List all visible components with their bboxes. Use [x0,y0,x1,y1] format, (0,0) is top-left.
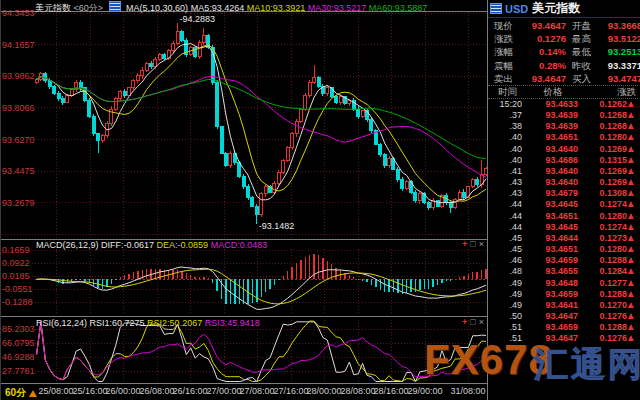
tick-time: .51 [488,322,522,333]
svg-text:94.3453: 94.3453 [2,8,35,18]
chart-window-icon[interactable] [490,3,502,14]
tick-price: 93.4686 [522,155,578,166]
up-triangle-icon [29,390,37,397]
svg-text:85.2303: 85.2303 [2,324,35,334]
svg-text:26/00:00: 26/00:00 [105,386,140,396]
tick-table-body[interactable]: 15:2093.46330.1262.3793.46390.1268.3893.… [488,99,636,344]
tick-price: 93.4644 [522,233,578,244]
up-triangle-icon [628,179,634,185]
maximize-panel-icon[interactable]: □ [470,240,475,249]
tick-row: .5193.46590.1288 [488,322,636,333]
tick-change: 0.1274 [578,222,634,233]
tick-price: 93.4645 [522,222,578,233]
tick-time: .49 [488,300,522,311]
high-label: 最高 [566,32,596,45]
instrument-name: 美元指数 [532,0,580,17]
sell-value: 93.4647 [524,72,566,85]
ma-settings-icon[interactable] [109,1,121,12]
tick-row: .5193.46470.1276 [488,333,636,344]
period-selector-label: 60分 [5,386,26,400]
svg-text:28/00:00: 28/00:00 [306,386,341,396]
up-triangle-icon [628,257,634,263]
svg-text:25/08:00: 25/08:00 [38,386,73,396]
tick-change: 0.1288 [578,289,634,300]
add-indicator-icon[interactable]: + [462,240,467,249]
svg-text:27/00:00: 27/00:00 [206,386,241,396]
macd-panel-controls: + □ × [462,240,484,249]
high-value: 93.5122 [596,32,640,45]
rsi-header: RSI(6,12,24) RSI1:60.7275 RSI2:50.2067 R… [36,318,260,329]
tick-time: .44 [488,211,522,222]
tick-row: .4893.46550.1284 [488,266,636,277]
tick-price: 93.4633 [522,99,578,110]
svg-text:0.1659: 0.1659 [2,245,30,255]
amplitude-value: 0.28% [524,59,566,72]
add-indicator-icon[interactable]: + [462,318,467,327]
svg-text:-94.2883: -94.2883 [180,14,216,24]
tick-change: 0.1270 [578,300,634,311]
up-triangle-icon [628,157,634,163]
up-triangle-icon [628,324,634,330]
tick-price: 93.4651 [522,211,578,222]
up-triangle-icon [628,302,634,308]
up-triangle-icon [628,313,634,319]
tick-row: .4493.46450.1274 [488,222,636,233]
tick-price: 93.4640 [522,144,578,155]
rsi2-value: RSI2:50.2067 [147,318,202,328]
macd-value: MACD:0.0483 [211,240,268,250]
tick-change: 0.1274 [578,199,634,210]
buy-value: 93.4747 [596,72,640,85]
tick-time: .44 [488,222,522,233]
up-triangle-icon [628,246,634,252]
up-triangle-icon [628,280,634,286]
up-triangle-icon [628,291,634,297]
change-pct-value: 0.14% [524,45,566,58]
tick-row: .4193.46400.1269 [488,166,636,177]
tick-row: .4093.46860.1315 [488,155,636,166]
change-column-header: 涨跌 [582,86,636,98]
svg-text:-0.1288: -0.1288 [2,297,33,307]
svg-text:-0.0551: -0.0551 [2,284,33,294]
up-triangle-icon [628,134,634,140]
up-triangle-icon [628,335,634,341]
tick-time: .44 [488,199,522,210]
svg-text:93.4475: 93.4475 [2,166,35,176]
maximize-panel-icon[interactable]: □ [470,318,475,327]
tick-change: 0.1280 [578,244,634,255]
quote-summary-grid: 现价 93.4647 开盘 93.3668 涨跌 0.1276 最高 93.51… [488,19,640,85]
up-triangle-icon [628,112,634,118]
change-pct-label: 涨幅 [494,45,524,58]
change-value: 0.1276 [524,32,566,45]
close-panel-icon[interactable]: × [479,240,484,249]
svg-text:0.0922: 0.0922 [2,258,30,268]
tick-row: .4993.46590.1288 [488,289,636,300]
close-panel-icon[interactable]: × [479,318,484,327]
svg-text:31/08:00: 31/08:00 [450,386,485,396]
tick-price: 93.4639 [522,110,578,121]
time-column-header: 时间 [490,86,524,98]
tick-time: .37 [488,110,522,121]
up-triangle-icon [628,168,634,174]
period-selector[interactable]: 60分 [5,386,37,400]
svg-text:25/16:00: 25/16:00 [72,386,107,396]
tick-time: .43 [488,177,522,188]
tick-price: 93.4648 [522,278,578,289]
tick-time: .41 [488,166,522,177]
tick-price: 93.4640 [522,166,578,177]
svg-text:0.0185: 0.0185 [2,271,30,281]
tick-time: .46 [488,255,522,266]
svg-text:94.1657: 94.1657 [2,40,35,50]
amplitude-label: 震幅 [494,59,524,72]
tick-price: 93.4641 [522,300,578,311]
up-triangle-icon [628,101,634,107]
tick-change: 0.1280 [578,211,634,222]
tick-time: .38 [488,121,522,132]
tick-time: .40 [488,155,522,166]
tick-time: .51 [488,333,522,344]
macd-header: MACD(26,12,9) DIFF:-0.0617 DEA:-0.0859 M… [36,240,267,251]
tick-row: .4993.46480.1277 [488,278,636,289]
tick-row: 15:2093.46330.1262 [488,99,636,110]
up-triangle-icon [628,224,634,230]
up-triangle-icon [628,201,634,207]
ma10-value: MA10:93.3921 [247,3,306,13]
